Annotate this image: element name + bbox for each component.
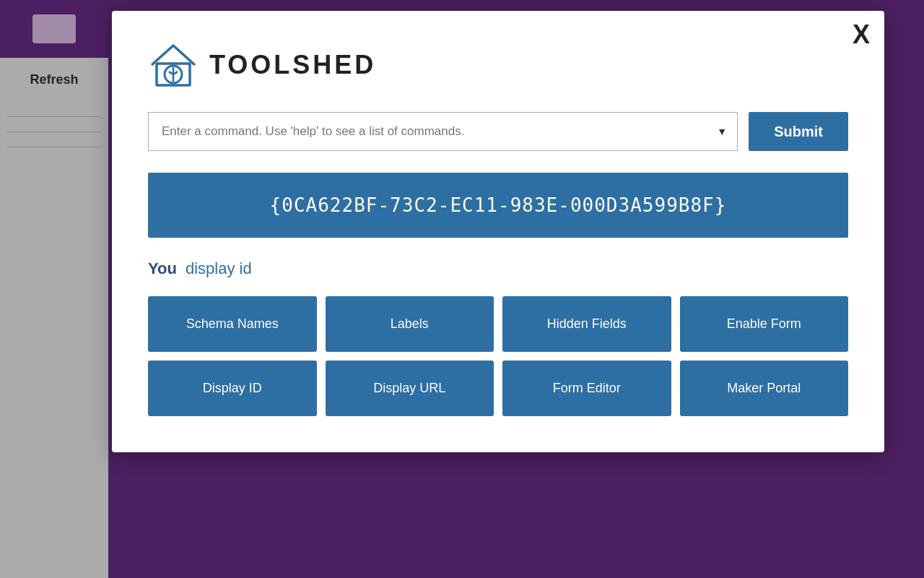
grid-btn-enable-form[interactable]: Enable Form (680, 296, 849, 352)
grid-btn-hidden-fields[interactable]: Hidden Fields (502, 296, 671, 352)
submit-button[interactable]: Submit (749, 112, 848, 151)
grid-btn-maker-portal[interactable]: Maker Portal (680, 361, 849, 416)
close-button[interactable]: X (853, 22, 870, 48)
grid-btn-display-id[interactable]: Display ID (148, 361, 317, 416)
toolshed-modal: X TOOLSHED ▼ Submit {0CA622BF-73C2-EC11-… (112, 11, 884, 452)
toolshed-logo-icon (148, 40, 199, 90)
button-grid: Schema NamesLabelsHidden FieldsEnable Fo… (148, 296, 848, 416)
logo-text: TOOLSHED (209, 50, 376, 80)
you-label: You (148, 259, 177, 278)
grid-btn-labels[interactable]: Labels (326, 296, 494, 352)
command-input-wrapper: ▼ (148, 112, 738, 151)
you-display-area: You display id (148, 259, 848, 278)
logo-area: TOOLSHED (148, 40, 848, 90)
command-area: ▼ Submit (148, 112, 848, 151)
id-banner: {0CA622BF-73C2-EC11-983E-000D3A599B8F} (148, 173, 848, 238)
grid-btn-schema-names[interactable]: Schema Names (148, 296, 317, 352)
grid-btn-display-url[interactable]: Display URL (326, 361, 494, 416)
grid-btn-form-editor[interactable]: Form Editor (502, 361, 671, 416)
command-input[interactable] (149, 113, 737, 150)
display-id-text: display id (186, 259, 252, 278)
